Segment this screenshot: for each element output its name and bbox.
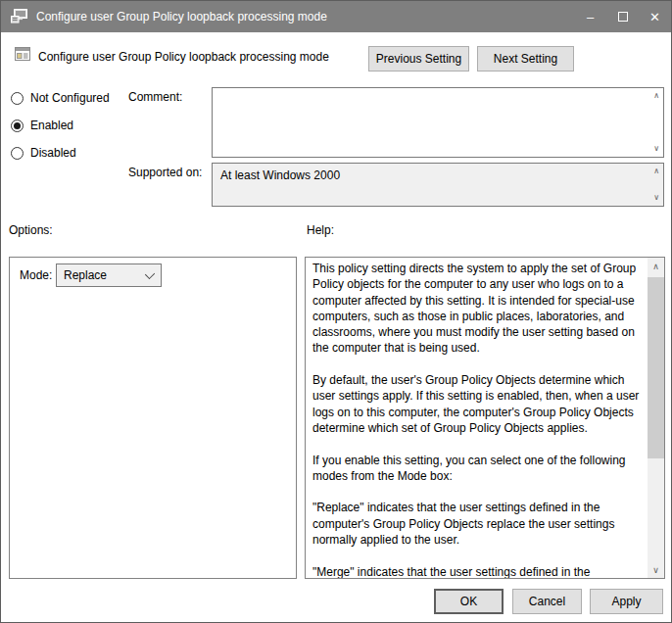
comment-label: Comment: (128, 90, 182, 104)
cancel-button[interactable]: Cancel (512, 589, 582, 614)
setting-icon (15, 46, 30, 62)
supported-on-value: At least Windows 2000 (220, 168, 642, 182)
radio-label: Disabled (30, 146, 76, 160)
minimize-button[interactable]: – (574, 1, 606, 32)
scroll-up-icon[interactable]: ∧ (648, 258, 664, 274)
scroll-up-icon[interactable]: ∧ (653, 92, 659, 100)
close-button[interactable]: ✕ (639, 1, 671, 32)
window-controls: – ✕ (574, 1, 671, 32)
scroll-down-icon[interactable]: ∨ (648, 561, 664, 578)
radio-disabled[interactable]: Disabled (11, 145, 76, 161)
help-section-label: Help: (307, 223, 334, 237)
maximize-button[interactable] (606, 1, 639, 32)
mode-label: Mode: (20, 268, 52, 282)
radio-not-configured[interactable]: Not Configured (11, 90, 110, 106)
radio-circle (11, 147, 24, 160)
radio-circle (11, 120, 24, 132)
scroll-down-icon[interactable]: ∨ (653, 194, 659, 202)
apply-button[interactable]: Apply (590, 589, 663, 614)
title-bar[interactable]: Configure user Group Policy loopback pro… (1, 1, 671, 32)
help-panel: This policy setting directs the system t… (305, 257, 665, 579)
group-policy-app-icon (11, 8, 28, 25)
radio-label: Enabled (30, 119, 73, 132)
radio-label: Not Configured (30, 91, 110, 105)
next-setting-button[interactable]: Next Setting (477, 46, 574, 72)
mode-select[interactable]: Replace (56, 264, 162, 287)
scroll-down-icon[interactable]: ∨ (653, 145, 659, 153)
chevron-down-icon (145, 269, 155, 279)
radio-circle (11, 92, 24, 105)
group-policy-setting-dialog: Configure user Group Policy loopback pro… (0, 0, 672, 623)
ok-button[interactable]: OK (434, 589, 504, 614)
window-title: Configure user Group Policy loopback pro… (36, 10, 327, 24)
options-panel: Mode: Replace (9, 257, 297, 579)
mode-selected-value: Replace (64, 268, 107, 282)
help-text: This policy setting directs the system t… (306, 258, 648, 578)
comment-field[interactable]: ∧ ∨ (212, 87, 664, 158)
maximize-icon (618, 12, 628, 22)
radio-enabled[interactable]: Enabled (11, 118, 73, 133)
scroll-up-icon[interactable]: ∧ (653, 168, 659, 175)
supported-on-label: Supported on: (128, 166, 202, 179)
setting-title: Configure user Group Policy loopback pro… (38, 50, 329, 64)
help-scrollbar[interactable]: ∧ ∨ (648, 258, 664, 578)
previous-setting-button[interactable]: Previous Setting (368, 46, 469, 72)
options-section-label: Options: (9, 223, 53, 237)
supported-on-field: At least Windows 2000 ∧ ∨ (212, 163, 664, 207)
scrollbar-thumb[interactable] (648, 277, 664, 458)
